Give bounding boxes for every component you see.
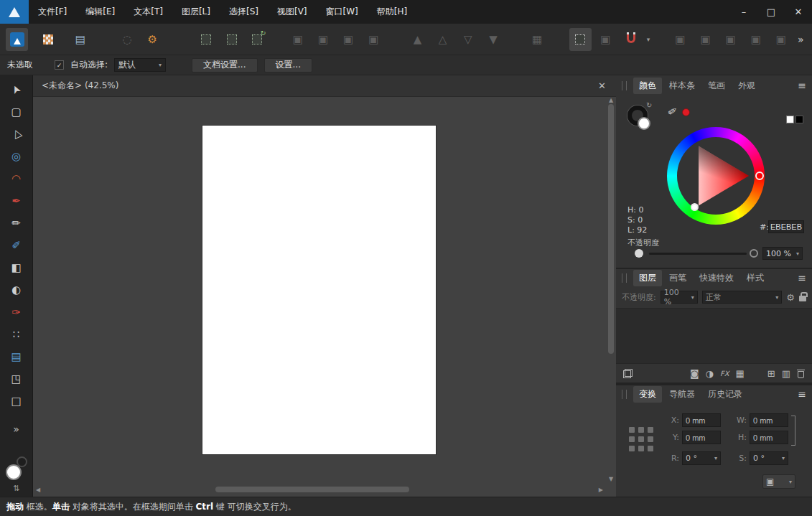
tab-quick-fx[interactable]: 快速特效 xyxy=(694,270,739,286)
place-image-tool[interactable]: ▤ xyxy=(6,347,27,367)
panel-menu-icon[interactable]: ≡ xyxy=(798,388,806,400)
scroll-right-icon[interactable]: ▶ xyxy=(599,487,603,493)
snapping-dropdown-chevron[interactable]: ▾ xyxy=(643,28,653,51)
close-button[interactable]: ✕ xyxy=(785,0,812,24)
black-swatch[interactable] xyxy=(795,116,803,123)
whole-pixel-move-button[interactable] xyxy=(220,28,243,51)
tab-appearance[interactable]: 外观 xyxy=(732,78,761,94)
auto-select-checkbox[interactable]: ✓ xyxy=(55,60,64,70)
vertical-scroll-thumb[interactable] xyxy=(608,104,614,354)
insert-on-top-button[interactable]: ▣ xyxy=(312,28,334,51)
scroll-up-icon[interactable]: ▲ xyxy=(609,97,613,103)
saturation-lightness-triangle[interactable] xyxy=(683,143,749,209)
move-to-back-button[interactable]: ▼ xyxy=(482,28,504,51)
w-input[interactable] xyxy=(750,413,788,427)
flip-vertical-button[interactable]: ▣ xyxy=(694,28,717,51)
panel-grip-handle[interactable] xyxy=(622,81,627,90)
document-tab[interactable]: <未命名> (42.5%) xyxy=(42,80,118,92)
panel-grip-handle[interactable] xyxy=(622,273,627,283)
document-page[interactable] xyxy=(202,126,436,454)
fill-stroke-color-well[interactable] xyxy=(5,456,28,481)
tab-styles[interactable]: 样式 xyxy=(741,270,770,286)
replace-selection-button[interactable]: ▣ xyxy=(363,28,385,51)
menu-edit[interactable]: 编辑[E] xyxy=(76,0,124,24)
pixel-persona-button[interactable] xyxy=(37,28,59,51)
menu-help[interactable]: 帮助[H] xyxy=(368,0,416,24)
alignment-button[interactable]: ▦ xyxy=(526,28,549,51)
snapping-magnet-button[interactable] xyxy=(620,28,642,51)
hex-input[interactable] xyxy=(768,220,804,233)
auto-select-dropdown[interactable]: 默认 ▾ xyxy=(114,58,166,72)
move-forward-button[interactable]: △ xyxy=(431,28,454,51)
node-tool[interactable]: ▷ xyxy=(6,124,27,144)
group-layers-icon[interactable]: ▥ xyxy=(782,368,790,379)
export-persona-button[interactable]: ▤ xyxy=(69,28,91,51)
tab-stroke[interactable]: 笔画 xyxy=(702,78,731,94)
move-to-front-button[interactable]: ▲ xyxy=(406,28,429,51)
transform-separately-button[interactable]: ↻ xyxy=(246,28,268,51)
link-dimensions-icon[interactable] xyxy=(791,416,795,446)
designer-persona-button[interactable] xyxy=(6,28,28,51)
tab-transform[interactable]: 变换 xyxy=(633,386,662,403)
settings-gear-button[interactable]: ⚙ xyxy=(141,28,164,51)
menu-window[interactable]: 窗口[W] xyxy=(317,0,368,24)
blend-mode-dropdown[interactable]: 正常 ▾ xyxy=(702,291,783,304)
live-filter-icon[interactable]: ▦ xyxy=(736,368,745,379)
opacity-slider-handle[interactable] xyxy=(635,249,643,258)
pencil-tool[interactable]: ✏ xyxy=(6,213,27,233)
tab-color[interactable]: 颜色 xyxy=(633,78,662,94)
corner-tool[interactable]: ◠ xyxy=(6,169,27,189)
white-swatch[interactable] xyxy=(786,116,794,123)
style-picker-tool[interactable]: ✑ xyxy=(6,302,27,322)
tab-navigator[interactable]: 导航器 xyxy=(663,386,701,403)
fill-color-dot[interactable] xyxy=(638,117,650,130)
x-input[interactable] xyxy=(682,413,721,427)
fill-tool[interactable]: ◧ xyxy=(6,258,27,278)
snapping-grid-button[interactable] xyxy=(569,28,592,51)
duplicate-button[interactable]: ▣ xyxy=(770,28,792,51)
fill-color-swatch[interactable] xyxy=(6,464,22,480)
tab-swatches[interactable]: 样本条 xyxy=(663,78,701,94)
duplicate-layer-icon[interactable] xyxy=(623,369,633,378)
tools-expand-button[interactable]: » xyxy=(6,419,27,439)
opacity-slider-track[interactable] xyxy=(649,253,747,255)
move-tool[interactable]: ➤ xyxy=(6,80,27,100)
dial-button[interactable]: ◌ xyxy=(116,28,138,51)
rectangle-tool[interactable]: □ xyxy=(6,391,27,411)
opacity-dropdown[interactable]: 100 % ▾ xyxy=(762,247,803,260)
layers-list[interactable] xyxy=(616,308,812,364)
tab-history[interactable]: 历史记录 xyxy=(702,386,748,403)
layer-effects-icon[interactable]: FX xyxy=(720,370,729,377)
delete-layer-icon[interactable] xyxy=(797,369,805,378)
vector-crop-tool[interactable]: ◳ xyxy=(6,369,27,389)
menu-view[interactable]: 视图[V] xyxy=(268,0,317,24)
snapping-options-button[interactable]: ▣ xyxy=(594,28,617,51)
add-layer-icon[interactable]: ⊞ xyxy=(767,368,775,379)
anchor-point-selector[interactable] xyxy=(627,426,658,456)
shear-dropdown[interactable]: 0 ° ▾ xyxy=(750,451,788,465)
scroll-left-icon[interactable]: ◀ xyxy=(36,487,40,493)
panel-grip-handle[interactable] xyxy=(622,390,627,399)
picked-color-swatch[interactable] xyxy=(682,108,690,116)
move-backward-button[interactable]: ▽ xyxy=(457,28,479,51)
scroll-down-icon[interactable]: ▼ xyxy=(609,476,613,482)
rotate-cw-button[interactable]: ▣ xyxy=(745,28,767,51)
transparency-tool[interactable]: ◐ xyxy=(6,280,27,300)
menu-select[interactable]: 选择[S] xyxy=(220,0,268,24)
canvas-viewport[interactable]: ▲ ▼ ◀ ▶ xyxy=(33,97,616,497)
triangle-marker[interactable] xyxy=(691,203,699,211)
panel-menu-icon[interactable]: ≡ xyxy=(798,80,806,91)
vector-brush-tool[interactable]: ✐ xyxy=(6,235,27,255)
horizontal-scrollbar[interactable]: ◀ ▶ xyxy=(36,485,603,494)
minimize-button[interactable]: – xyxy=(730,0,757,24)
point-transform-tool[interactable]: ◎ xyxy=(6,146,27,166)
horizontal-scroll-thumb[interactable] xyxy=(215,487,409,492)
rotate-ccw-button[interactable]: ▣ xyxy=(719,28,742,51)
lock-icon[interactable] xyxy=(799,296,806,301)
tab-brushes[interactable]: 画笔 xyxy=(663,270,692,286)
adjustment-layer-icon[interactable]: ◑ xyxy=(706,368,714,379)
flip-horizontal-button[interactable]: ▣ xyxy=(669,28,691,51)
artboard-tool[interactable]: ▢ xyxy=(6,102,27,122)
h-input[interactable] xyxy=(750,431,788,444)
menu-file[interactable]: 文件[F] xyxy=(29,0,76,24)
